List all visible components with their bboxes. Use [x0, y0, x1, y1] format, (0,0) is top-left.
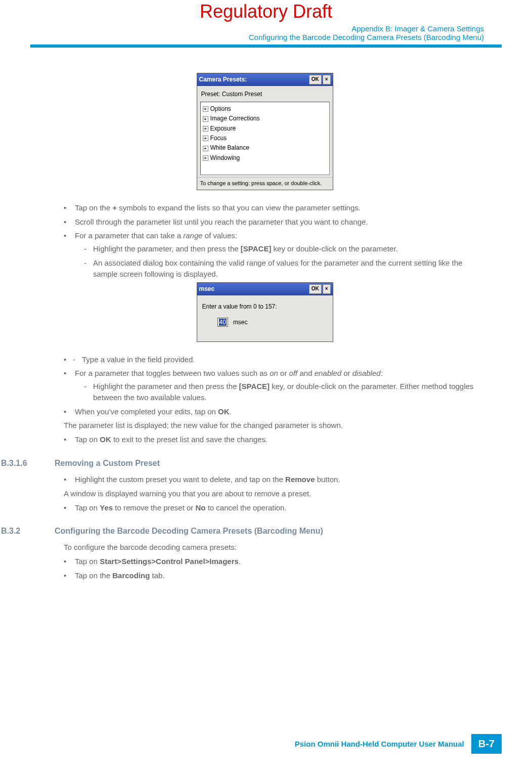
- msec-prompt: Enter a value from 0 to 157:: [202, 303, 328, 311]
- section-title: Configuring the Barcode Decoding Camera …: [55, 525, 484, 537]
- page-header: Appendix B: Imager & Camera Settings Con…: [0, 24, 532, 41]
- dialog-titlebar: Camera Presets: OK ×: [197, 73, 333, 86]
- expand-icon[interactable]: +: [203, 146, 208, 151]
- section-heading: B.3.1.6 Removing a Custom Preset: [46, 457, 484, 469]
- expand-icon[interactable]: +: [203, 155, 208, 161]
- dialog-title: msec: [199, 285, 308, 293]
- list-item: Scroll through the parameter list until …: [64, 217, 484, 228]
- list-item: Tap on the + symbols to expand the lists…: [64, 202, 484, 213]
- list-item: When you've completed your edits, tap on…: [64, 406, 484, 417]
- camera-presets-screenshot: Camera Presets: OK × Preset: Custom Pres…: [46, 73, 484, 190]
- msec-screenshot: msec OK × Enter a value from 0 to 157: 4…: [46, 282, 484, 341]
- paragraph: To configure the barcode decoding camera…: [55, 542, 484, 553]
- expand-icon[interactable]: +: [203, 106, 208, 112]
- page-number-badge: B-7: [471, 734, 502, 754]
- preset-tree[interactable]: +Options +Image Corrections +Exposure +F…: [200, 102, 330, 175]
- tree-item: +Focus: [203, 134, 327, 143]
- camera-presets-dialog: Camera Presets: OK × Preset: Custom Pres…: [197, 73, 333, 190]
- paragraph: A window is displayed warning you that y…: [55, 488, 484, 499]
- ok-button[interactable]: OK: [309, 75, 322, 84]
- section-number: B.3.2: [0, 525, 55, 537]
- list-item: Tap on Start>Settings>Control Panel>Imag…: [64, 556, 484, 567]
- page-footer: Psion Omnii Hand-Held Computer User Manu…: [295, 734, 502, 754]
- close-button[interactable]: ×: [323, 284, 331, 294]
- list-item: Highlight the parameter, and then press …: [84, 243, 484, 254]
- footer-manual-title: Psion Omnii Hand-Held Computer User Manu…: [295, 740, 464, 748]
- list-item: Highlight the parameter and then press t…: [84, 381, 484, 403]
- preset-label: Preset: Custom Preset: [200, 89, 330, 102]
- header-appendix: Appendix B: Imager & Camera Settings: [0, 24, 484, 33]
- close-button[interactable]: ×: [323, 75, 331, 84]
- list-item: Tap on OK to exit to the preset list and…: [64, 434, 484, 445]
- list-item: Highlight the custom preset you want to …: [64, 474, 484, 485]
- list-item: Tap on the Barcoding tab.: [64, 570, 484, 581]
- dialog-title: Camera Presets:: [199, 75, 308, 84]
- list-item: For a parameter that can take a range of…: [64, 230, 484, 279]
- instruction-list-2: For a parameter that toggles between two…: [55, 368, 484, 417]
- tree-item: +White Balance: [203, 143, 327, 153]
- section-title: Removing a Custom Preset: [55, 457, 484, 469]
- expand-icon[interactable]: +: [203, 136, 208, 141]
- tree-item: +Options: [203, 104, 327, 114]
- list-item: Tap on Yes to remove the preset or No to…: [64, 502, 484, 513]
- list-item: For a parameter that toggles between two…: [64, 368, 484, 403]
- expand-icon[interactable]: +: [203, 126, 208, 132]
- msec-dialog: msec OK × Enter a value from 0 to 157: 4…: [197, 282, 333, 341]
- header-section: Configuring the Barcode Decoding Camera …: [0, 33, 484, 41]
- expand-icon[interactable]: +: [203, 116, 208, 122]
- tree-item: +Exposure: [203, 124, 327, 134]
- list-item: An associated dialog box containing the …: [84, 257, 484, 280]
- page-content: Camera Presets: OK × Preset: Custom Pres…: [0, 48, 532, 581]
- msec-unit: msec: [233, 319, 248, 326]
- tree-item: +Image Corrections: [203, 114, 327, 123]
- paragraph: The parameter list is displayed; the new…: [55, 420, 484, 431]
- section-heading: B.3.2 Configuring the Barcode Decoding C…: [46, 525, 484, 537]
- msec-input[interactable]: 40: [217, 318, 228, 327]
- section-number: B.3.1.6: [0, 457, 55, 469]
- dialog-status: To change a setting: press space, or dou…: [197, 177, 333, 190]
- ok-button[interactable]: OK: [309, 284, 322, 294]
- regulatory-draft-banner: Regulatory Draft: [0, 0, 532, 22]
- instruction-list: Tap on the + symbols to expand the lists…: [55, 202, 484, 280]
- tree-item: +Windowing: [203, 153, 327, 163]
- dialog-titlebar: msec OK ×: [197, 283, 333, 295]
- list-item: Type a value in the field provided.: [73, 354, 484, 365]
